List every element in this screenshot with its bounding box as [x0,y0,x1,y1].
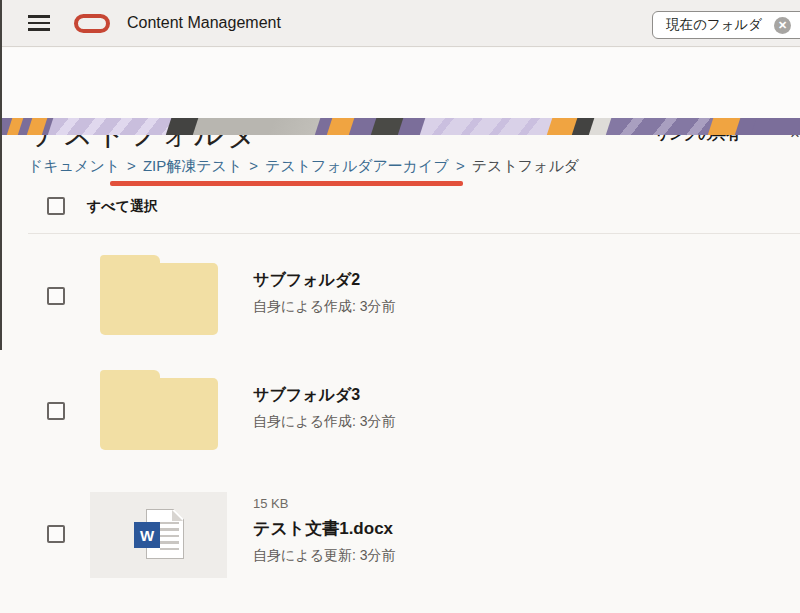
breadcrumb-separator: > [249,157,258,174]
folder-icon[interactable] [100,255,218,335]
item-title[interactable]: テスト文書1.docx [253,517,393,540]
select-all-label: すべて選択 [87,198,158,216]
folder-icon[interactable] [100,370,218,450]
content-management-window: Content Management 現在のフォルダ ✕ テストフォルダ リンク… [0,0,800,613]
search-input[interactable]: 現在のフォルダ ✕ [652,11,800,39]
app-title: Content Management [127,14,281,32]
file-size: 15 KB [253,496,288,511]
row-checkbox[interactable] [47,287,65,305]
breadcrumb: ドキュメント>ZIP解凍テスト>テストフォルダアーカイブ>テストフォルダ [28,157,579,176]
breadcrumb-separator: > [127,157,136,174]
oracle-logo-icon [74,14,110,33]
breadcrumb-item-zip-test[interactable]: ZIP解凍テスト [143,157,242,174]
hamburger-menu-icon[interactable] [28,15,50,32]
breadcrumb-item-documents[interactable]: ドキュメント [28,157,120,174]
chip-remove-icon[interactable]: ✕ [774,17,791,34]
top-bar: Content Management 現在のフォルダ ✕ [0,0,800,47]
item-meta: 自身による作成: 3分前 [253,413,396,431]
file-thumbnail[interactable]: W [90,492,227,578]
page-header: テストフォルダ リンクの共有 × [0,48,800,118]
window-left-edge [0,0,2,350]
item-title[interactable]: サブフォルダ2 [253,270,360,291]
item-meta: 自身による更新: 3分前 [253,547,396,565]
word-w-badge: W [134,522,160,548]
search-filter-chip[interactable]: 現在のフォルダ [666,16,762,34]
breadcrumb-item-current: テストフォルダ [472,157,579,174]
breadcrumb-item-archive[interactable]: テストフォルダアーカイブ [265,157,449,174]
row-checkbox[interactable] [47,525,65,543]
divider [28,233,800,234]
banner-image [0,118,800,135]
breadcrumb-separator: > [456,157,465,174]
select-all-checkbox[interactable] [47,197,65,215]
row-checkbox[interactable] [47,402,65,420]
item-title[interactable]: サブフォルダ3 [253,385,360,406]
red-underline-annotation [110,181,463,186]
item-meta: 自身による作成: 3分前 [253,298,396,316]
